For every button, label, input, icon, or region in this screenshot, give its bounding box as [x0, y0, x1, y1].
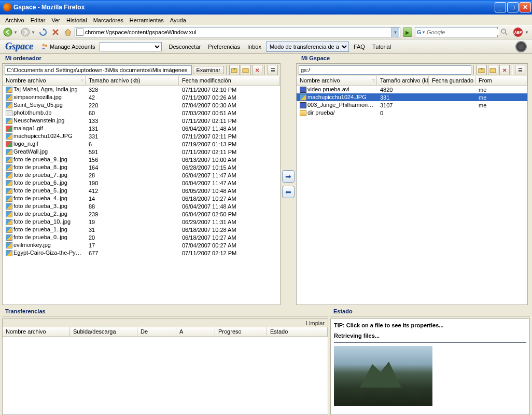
back-dropdown-icon[interactable]: ▼	[13, 30, 18, 35]
back-button[interactable]	[2, 26, 13, 38]
table-row[interactable]: foto de prueba_9..jpg15606/13/2007 10:00…	[3, 156, 280, 163]
col-estado[interactable]: Estado	[267, 327, 328, 336]
table-row[interactable]: foto de prueba_0..jpg2006/18/2007 10:27 …	[3, 233, 280, 241]
col-name[interactable]: Nombre archivo	[3, 327, 70, 336]
table-row[interactable]: foto de prueba_7..jpg2806/04/2007 11:47 …	[3, 171, 280, 179]
remote-props-button[interactable]: ☰	[515, 65, 525, 75]
file-icon	[6, 102, 12, 108]
col-de[interactable]: De	[137, 327, 176, 336]
table-row[interactable]: logo_n.gif607/19/2007 01:13 PM	[3, 140, 280, 148]
table-row[interactable]: photothumb.db6007/03/2007 00:51 AM	[3, 109, 280, 117]
col-name[interactable]: Nombre archivo▽	[297, 76, 377, 85]
preferencias-button[interactable]: Preferencias	[205, 42, 243, 51]
file-icon	[6, 188, 12, 194]
remote-file-list[interactable]: video prueba.avi4820memachupicchu1024.JP…	[297, 86, 527, 305]
desconectar-button[interactable]: Desconectar	[166, 42, 203, 51]
menu-ver[interactable]: Ver	[48, 16, 63, 24]
limpiar-button[interactable]: Limpiar	[306, 320, 325, 326]
file-icon	[6, 94, 12, 101]
local-props-button[interactable]: ☰	[268, 65, 278, 75]
remote-delete-button[interactable]: ✕	[499, 65, 510, 75]
col-modified[interactable]: Fecha modificación	[179, 76, 280, 85]
menu-marcadores[interactable]: Marcadores	[90, 16, 127, 24]
table-row[interactable]: machupicchu1024.JPG331me	[297, 93, 527, 101]
table-row[interactable]: foto de prueba_6..jpg19006/04/2007 11:47…	[3, 179, 280, 187]
table-row[interactable]: Neuschwanstein.jpg13307/11/2007 02:11 PM	[3, 117, 280, 125]
search-engine-dropdown[interactable]: ▼	[422, 30, 426, 35]
col-size[interactable]: Tamaño archivo (kb)	[86, 76, 179, 85]
col-from[interactable]: From	[475, 76, 527, 85]
account-select[interactable]	[100, 42, 162, 51]
col-size[interactable]: Tamaño archivo (kb)	[377, 76, 429, 85]
local-file-list[interactable]: Taj Mahal, Agra, India.jpg32807/11/2007 …	[3, 86, 280, 305]
menu-ayuda[interactable]: Ayuda	[167, 16, 189, 24]
table-row[interactable]: foto de prueba_1..jpg3106/18/2007 10:28 …	[3, 226, 280, 233]
minimize-button[interactable]: _	[495, 2, 506, 12]
table-row[interactable]: dir prueba/0	[297, 109, 527, 117]
table-row[interactable]: Taj Mahal, Agra, India.jpg32807/11/2007 …	[3, 86, 280, 93]
table-row[interactable]: Saint_Seiya_05.jpg22007/04/2007 00:30 AM	[3, 101, 280, 109]
search-bar[interactable]: G ▼	[415, 27, 498, 37]
inbox-button[interactable]: Inbox	[245, 42, 264, 51]
forward-button[interactable]	[20, 26, 31, 38]
local-path-bar: Examinar ✕ ☰	[3, 64, 280, 76]
manage-accounts-button[interactable]: Manage Accounts	[38, 42, 97, 52]
remote-newfolder-button[interactable]	[488, 65, 498, 75]
upload-button[interactable]: ➡	[282, 170, 295, 183]
stop-button[interactable]	[50, 26, 61, 38]
transfer-mode-select[interactable]: Modo de transferencia de archivos	[266, 42, 349, 52]
go-button[interactable]: ▶	[403, 27, 412, 37]
url-input[interactable]	[85, 29, 391, 35]
local-delete-button[interactable]: ✕	[252, 65, 262, 75]
maximize-button[interactable]: □	[507, 2, 519, 12]
menu-historial[interactable]: Historial	[63, 16, 90, 24]
table-row[interactable]: foto de prueba_10..jpg1906/29/2007 11:31…	[3, 218, 280, 226]
remote-path-input[interactable]	[299, 65, 471, 75]
table-row[interactable]: GreatWall.jpg59107/11/2007 02:11 PM	[3, 148, 280, 156]
table-row[interactable]: video prueba.avi4820me	[297, 86, 527, 93]
close-button[interactable]: ✕	[520, 2, 531, 12]
tutorial-button[interactable]: Tutorial	[370, 42, 394, 51]
search-input[interactable]	[427, 29, 499, 35]
local-newfolder-button[interactable]	[241, 65, 251, 75]
home-button[interactable]	[62, 26, 74, 38]
url-dropdown-icon[interactable]: ▼	[391, 27, 399, 37]
url-bar[interactable]: ▼	[75, 27, 400, 37]
download-button[interactable]: ⬅	[282, 186, 295, 198]
table-row[interactable]: foto de prueba_3..jpg8806/04/2007 11:48 …	[3, 202, 280, 210]
col-name[interactable]: Nombre archivo▽	[3, 76, 86, 85]
estado-body[interactable]: TIP: Click on a file to see its properti…	[331, 319, 529, 414]
table-row[interactable]: foto de prueba_8..jpg16406/28/2007 10:15…	[3, 163, 280, 171]
forward-dropdown-icon[interactable]: ▼	[31, 30, 35, 35]
table-row[interactable]: 003_Junge_Philharmonie_Koeln-Vi...3107me	[297, 101, 527, 109]
col-progreso[interactable]: Progreso	[215, 327, 267, 336]
file-icon	[6, 126, 12, 132]
examinar-button[interactable]: Examinar	[193, 66, 224, 74]
faq-button[interactable]: FAQ	[351, 42, 368, 51]
remote-up-button[interactable]	[477, 65, 487, 75]
adblock-dropdown[interactable]: ▼	[525, 30, 529, 35]
table-row[interactable]: foto de prueba_4..jpg1406/18/2007 10:27 …	[3, 195, 280, 202]
transfers-list[interactable]	[3, 337, 328, 414]
menu-editar[interactable]: Editar	[27, 16, 49, 24]
col-saved[interactable]: Fecha guardado	[429, 76, 475, 85]
local-up-button[interactable]	[229, 65, 240, 75]
col-a[interactable]: A	[176, 327, 215, 336]
table-row[interactable]: foto de prueba_5..jpg41206/05/2007 10:48…	[3, 187, 280, 195]
local-column-header: Nombre archivo▽ Tamaño archivo (kb) Fech…	[3, 76, 280, 86]
reload-button[interactable]	[37, 26, 49, 38]
table-row[interactable]: Egypt-Cairo-Giza-the-Pyramids-1-B...6770…	[3, 249, 280, 257]
local-path-input[interactable]	[5, 65, 192, 75]
file-icon	[300, 110, 306, 116]
menu-herramientas[interactable]: Herramientas	[127, 16, 167, 24]
table-row[interactable]: foto de prueba_2..jpg23906/04/2007 02:50…	[3, 210, 280, 218]
table-row[interactable]: malaga1.gif13106/04/2007 11:48 AM	[3, 125, 280, 132]
search-go-button[interactable]	[499, 26, 510, 38]
table-row[interactable]: evilmonkey.jpg1707/04/2007 00:27 AM	[3, 241, 280, 249]
menu-archivo[interactable]: Archivo	[2, 16, 27, 24]
col-updown[interactable]: Subida/descarga	[70, 327, 137, 336]
table-row[interactable]: machupicchu1024.JPG33107/11/2007 02:11 P…	[3, 132, 280, 140]
svg-point-6	[45, 45, 47, 47]
table-row[interactable]: simpsonmozilla.jpg4207/11/2007 00:26 AM	[3, 93, 280, 101]
adblock-icon[interactable]: ABP	[513, 27, 523, 37]
